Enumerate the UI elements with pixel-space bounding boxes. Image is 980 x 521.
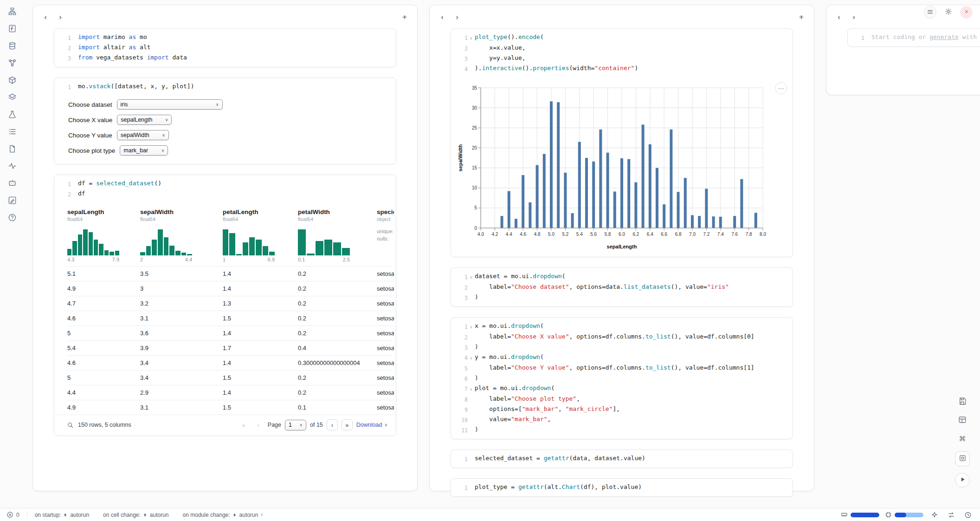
errors-button[interactable]: 0: [6, 511, 19, 519]
history-icon[interactable]: [962, 509, 974, 521]
code-line[interactable]: 1plot_type = getattr(alt.Chart(df), plot…: [456, 482, 788, 493]
code-editor[interactable]: 1df = selected_dataset()2df: [54, 175, 396, 203]
code-line[interactable]: 2df: [59, 189, 391, 199]
file-tree-icon[interactable]: [6, 6, 18, 17]
datasets-icon[interactable]: [6, 40, 18, 51]
packages-icon[interactable]: [6, 74, 18, 85]
table-row[interactable]: 4.42.91.40.2setosa: [67, 385, 394, 400]
memory-meter[interactable]: [841, 511, 879, 518]
prev-page-button[interactable]: ‹: [253, 419, 264, 430]
editor-placeholder[interactable]: Start coding or generate with AI: [871, 33, 980, 43]
code-line[interactable]: 2 label="Choose dataset", options=data.l…: [456, 282, 788, 293]
generate-link[interactable]: generate: [929, 33, 959, 40]
help-icon[interactable]: [6, 212, 18, 223]
code-line[interactable]: 1∨x = mo.ui.dropdown(: [456, 321, 788, 332]
last-page-button[interactable]: »: [342, 419, 353, 430]
code-line[interactable]: 10 value="mark_bar",: [456, 415, 788, 425]
column-prev-button[interactable]: ‹: [39, 11, 52, 23]
code-editor[interactable]: 1mo.vstack([dataset, x, y, plot]): [54, 78, 396, 96]
column-next-button[interactable]: ›: [848, 11, 860, 23]
settings-button[interactable]: [942, 6, 954, 19]
first-page-button[interactable]: «: [238, 419, 249, 430]
download-button[interactable]: Download ∨: [356, 422, 387, 428]
cpu-meter[interactable]: [885, 511, 923, 518]
dataset-select[interactable]: iris∨: [117, 99, 223, 110]
table-row[interactable]: 4.93.11.50.1setosa: [67, 400, 394, 415]
table-row[interactable]: 4.931.40.2setosa: [67, 281, 394, 296]
code-line[interactable]: 1import marimo as mo: [59, 33, 391, 43]
table-row[interactable]: 5.43.91.70.4setosa: [67, 341, 394, 356]
scratchpad-icon[interactable]: [6, 195, 18, 206]
fold-icon[interactable]: ∨: [468, 352, 475, 363]
x-value-select[interactable]: sepalLength∨: [117, 115, 172, 125]
code-line[interactable]: 2 x=x.value,: [456, 43, 788, 53]
column-header[interactable]: petalWidthfloat640.12.5: [298, 205, 377, 267]
tracing-icon[interactable]: [6, 160, 18, 171]
code-line[interactable]: 8 label="Choose plot type",: [456, 394, 788, 404]
code-editor[interactable]: 1plot_type = getattr(alt.Chart(df), plot…: [451, 479, 793, 496]
code-editor[interactable]: 1∨dataset = mo.ui.dropdown(2 label="Choo…: [451, 268, 793, 306]
docs-icon[interactable]: [6, 143, 18, 154]
menu-button[interactable]: [924, 6, 936, 19]
add-cell-button[interactable]: +: [795, 11, 807, 23]
sparkle-icon[interactable]: [929, 509, 940, 521]
code-editor[interactable]: 1selected_dataset = getattr(data, datase…: [451, 450, 793, 468]
code-editor[interactable]: 1∨x = mo.ui.dropdown(2 label="Choose X v…: [451, 318, 793, 439]
dependencies-icon[interactable]: [6, 57, 18, 68]
fold-icon[interactable]: ∨: [468, 321, 475, 332]
code-line[interactable]: 3): [456, 342, 788, 352]
code-line[interactable]: 3from vega_datasets import data: [59, 53, 391, 63]
chat-icon[interactable]: [6, 177, 18, 189]
next-page-button[interactable]: ›: [327, 419, 338, 430]
code-line[interactable]: 4).interactive().properties(width="conta…: [456, 64, 788, 74]
code-line[interactable]: 3 y=y.value,: [456, 53, 788, 64]
column-header[interactable]: speciesobjectunique:nulls:: [377, 205, 394, 267]
outline-icon[interactable]: [6, 126, 18, 137]
code-line[interactable]: 2import altair as alt: [59, 43, 391, 53]
column-prev-button[interactable]: ‹: [436, 11, 448, 23]
code-line[interactable]: 2 label="Choose X value", options=df.col…: [456, 332, 788, 342]
code-line[interactable]: 9 options=["mark_bar", "mark_circle"],: [456, 404, 788, 415]
swap-icon[interactable]: [946, 509, 957, 521]
table-row[interactable]: 4.63.11.50.2setosa: [67, 311, 394, 326]
autorun-setting[interactable]: on module change:autorun∨: [183, 512, 264, 518]
fold-icon[interactable]: ∨: [468, 33, 475, 43]
layers-icon[interactable]: [6, 91, 18, 103]
code-line[interactable]: 3): [456, 293, 788, 303]
code-line[interactable]: 1df = selected_dataset(): [59, 179, 391, 189]
chart-menu-button[interactable]: ⋯: [775, 82, 787, 94]
plot-type-select[interactable]: mark_bar∨: [120, 145, 168, 156]
app-view-button[interactable]: [955, 451, 970, 466]
autorun-setting[interactable]: on cell change:autorun: [103, 512, 168, 518]
column-header[interactable]: sepalLengthfloat644.37.9: [67, 205, 140, 267]
code-line[interactable]: 1selected_dataset = getattr(data, datase…: [456, 454, 788, 464]
panel-layout-button[interactable]: [956, 414, 968, 426]
table-row[interactable]: 53.61.40.2setosa: [67, 326, 394, 341]
code-editor[interactable]: 1∨plot_type().encode(2 x=x.value,3 y=y.v…: [451, 29, 793, 78]
table-row[interactable]: 5.13.51.40.2setosa: [67, 267, 394, 281]
code-line[interactable]: 1∨dataset = mo.ui.dropdown(: [456, 272, 788, 282]
keyboard-shortcuts-button[interactable]: ⌘: [956, 433, 968, 445]
y-value-select[interactable]: sepalWidth∨: [117, 130, 169, 140]
page-select[interactable]: 1 ∨: [285, 420, 306, 430]
autorun-setting[interactable]: on startup:autorun: [35, 512, 89, 518]
column-header[interactable]: petalLengthfloat6416.9: [223, 205, 298, 267]
column-next-button[interactable]: ›: [54, 11, 66, 23]
code-line[interactable]: 4∨y = mo.ui.dropdown(: [456, 352, 788, 363]
run-all-button[interactable]: [955, 473, 970, 488]
fold-icon[interactable]: ∨: [468, 272, 475, 282]
code-line[interactable]: 1mo.vstack([dataset, x, y, plot]): [59, 82, 391, 92]
close-button[interactable]: [960, 6, 973, 19]
column-header[interactable]: sepalWidthfloat6424.4: [140, 205, 223, 267]
lab-icon[interactable]: [6, 109, 18, 120]
code-line[interactable]: 7∨plot = mo.ui.dropdown(: [456, 384, 788, 394]
fold-icon[interactable]: ∨: [468, 384, 475, 394]
snippets-icon[interactable]: [6, 23, 18, 34]
code-line[interactable]: 11): [456, 425, 788, 435]
code-editor[interactable]: 1import marimo as mo2import altair as al…: [54, 29, 396, 67]
code-line[interactable]: 5 label="Choose Y value", options=df.col…: [456, 363, 788, 373]
table-row[interactable]: 4.63.41.40.30000000000000004setosa: [67, 356, 394, 371]
column-prev-button[interactable]: ‹: [833, 11, 845, 23]
column-next-button[interactable]: ›: [451, 11, 463, 23]
table-row[interactable]: 53.41.50.2setosa: [67, 371, 394, 385]
